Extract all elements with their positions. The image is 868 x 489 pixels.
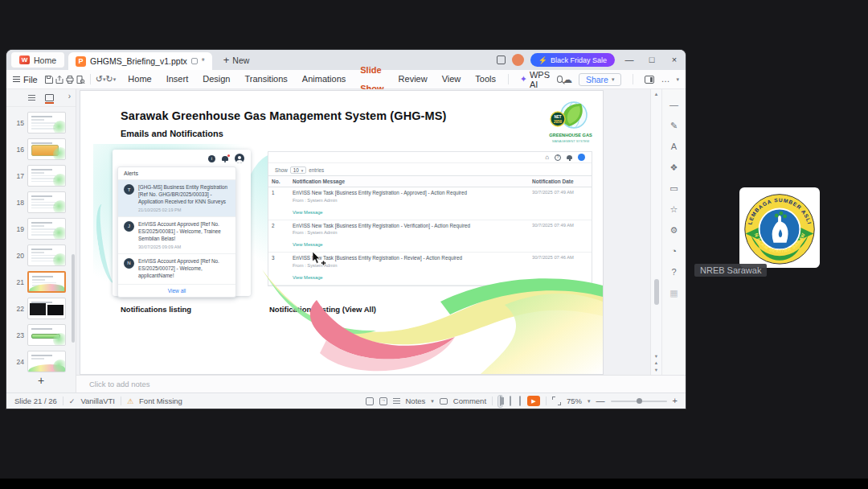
slide-thumbnail-21[interactable] (27, 271, 66, 293)
history-icon[interactable]: ◔ (662, 240, 686, 261)
slide-sorter-view-button[interactable] (508, 396, 512, 407)
zoom-level[interactable]: 75% (567, 397, 582, 405)
slide-editor-area: Sarawak Greenhouse Gas Management System… (76, 89, 650, 375)
zoom-in-button[interactable]: + (673, 397, 678, 405)
file-menu-button[interactable]: File (13, 75, 38, 84)
share-button[interactable]: Share ▾ (579, 73, 622, 86)
side-toolbar: —✎A❖▭☆⚙◔?▦ (661, 89, 686, 375)
print-icon[interactable] (64, 72, 75, 86)
save-icon[interactable] (44, 72, 55, 86)
alert-item: T[GHG-MS] Business Entity Registration [… (118, 180, 235, 217)
slide-thumbnail-23[interactable] (27, 324, 66, 346)
slide-thumbnail-row: 22 (6, 295, 76, 322)
more-options-icon[interactable]: … (661, 75, 669, 84)
settings-icon[interactable]: ⚙ (662, 220, 686, 240)
undo-icon[interactable]: ↺ (96, 75, 103, 84)
account-avatar[interactable] (512, 54, 524, 66)
notes-bar[interactable]: Click to add notes (76, 375, 686, 392)
scroll-down-icon[interactable]: ▾ (655, 354, 657, 360)
svg-text:NET: NET (554, 115, 561, 119)
slide-thumbnail-22[interactable] (27, 298, 66, 319)
table-header-row: No. Notification Message Notification Da… (268, 175, 592, 187)
spellcheck-language[interactable]: VanillaVTI (80, 397, 115, 405)
slide-thumbnail-row: 18 (6, 189, 76, 216)
slideshow-play-button[interactable]: ▶ (527, 396, 540, 406)
scroll-up-icon[interactable]: ▴ (651, 91, 661, 97)
notes-toggle[interactable]: Notes (406, 397, 426, 405)
favorites-icon[interactable]: ☆ (662, 199, 686, 220)
reading-view-button[interactable] (518, 396, 522, 407)
slide-thumbnail-17[interactable] (27, 165, 66, 187)
next-slide-icon[interactable]: ▾ (655, 368, 657, 373)
proofing-icon[interactable]: A (662, 136, 686, 157)
help-icon[interactable]: ? (662, 261, 686, 282)
search-icon[interactable] (557, 76, 563, 83)
row-number: 2 (268, 220, 289, 253)
wps-home-tab[interactable]: W Home (11, 52, 64, 68)
print-preview-icon[interactable] (75, 72, 85, 86)
shapes-icon[interactable]: ❖ (662, 157, 686, 178)
maximize-button[interactable]: □ (644, 55, 660, 64)
close-button[interactable]: × (666, 55, 682, 64)
comment-panel-icon[interactable]: ▭ (662, 178, 686, 199)
slide-thumbnail-15[interactable] (27, 112, 66, 134)
slide-thumbnail-row: 23 (6, 322, 76, 348)
format-tools-icon[interactable]: ✎ (662, 115, 686, 136)
ribbon-tab-insert[interactable]: Insert (159, 70, 196, 88)
slide-thumbnail-18[interactable] (27, 191, 66, 213)
notes-caret-icon[interactable]: ▾ (431, 398, 434, 405)
zoom-caret-icon[interactable]: ▾ (588, 398, 591, 405)
ribbon-tab-review[interactable]: Review (391, 70, 435, 88)
collapse-ribbon-icon[interactable]: ▾ (676, 76, 679, 83)
ribbon-tab-view[interactable]: View (435, 70, 469, 88)
share-caret-icon: ▾ (612, 76, 615, 83)
previous-slide-icon[interactable]: ▴ (655, 360, 657, 366)
minimize-button[interactable]: — (621, 55, 637, 64)
outline-view-icon[interactable] (28, 93, 35, 103)
alert-time: 21/10/2025 02:19 PM (138, 208, 230, 212)
task-pane-icon[interactable] (645, 76, 654, 84)
ribbon-caret-icon[interactable]: ▾ (113, 76, 117, 83)
slide-thumbnail-20[interactable] (27, 244, 66, 266)
black-friday-sale-button[interactable]: ⚡ Black Friday Sale (530, 53, 615, 67)
ribbon-tab-home[interactable]: Home (121, 70, 158, 88)
font-missing-label[interactable]: Font Missing (139, 397, 182, 405)
ribbon-tab-transitions[interactable]: Transitions (237, 70, 294, 88)
ribbon-tab-design[interactable]: Design (195, 70, 237, 88)
slide-number: 23 (13, 324, 24, 339)
slide-indicator: Slide 21 / 26 (14, 397, 57, 405)
jump-to-slide-icon[interactable] (379, 397, 387, 405)
editor-scrollbar[interactable]: ▴ ▾ ▴ ▾ (650, 89, 661, 375)
fullscreen-icon[interactable] (552, 397, 561, 405)
slide-number: 21 (13, 271, 24, 286)
slide-canvas[interactable]: Sarawak Greenhouse Gas Management System… (80, 91, 603, 374)
zoom-out-button[interactable]: — (596, 397, 605, 405)
task-window-icon[interactable] (366, 397, 374, 405)
zoom-slider-knob[interactable] (637, 398, 642, 404)
slide-thumbnail-24[interactable] (27, 351, 66, 372)
panel-scrollbar[interactable] (72, 254, 75, 343)
slide-title[interactable]: Sarawak Greenhouse Gas Management System… (121, 109, 446, 122)
ghgms-logo: NET 2050 GREENHOUSE GAS MANAGEMENT SYSTE… (547, 99, 594, 149)
wps-ai-button[interactable]: ✦ WPS AI (514, 70, 557, 89)
slide-thumbnail-19[interactable] (27, 218, 66, 240)
slide-view-icon[interactable] (45, 94, 54, 101)
comment-button[interactable]: Comment (453, 397, 486, 405)
normal-view-button[interactable] (498, 396, 502, 407)
bell-icon (222, 155, 228, 162)
ribbon-tab-tools[interactable]: Tools (468, 70, 503, 88)
apps-icon[interactable]: ▦ (662, 282, 686, 303)
redo-icon[interactable]: ↻ (106, 75, 113, 84)
export-icon[interactable] (55, 72, 65, 86)
add-slide-button[interactable]: + (6, 375, 76, 386)
collapse-panel-icon[interactable]: › (68, 92, 71, 101)
participant-tile[interactable]: LEMBAGA SUMBER ASLI DAN ALAM SEKITAR SAR… (691, 179, 836, 283)
hide-sidebar-icon[interactable]: — (662, 94, 686, 115)
slide-thumbnail-16[interactable] (27, 138, 66, 160)
slide-subtitle[interactable]: Emails and Notifications (121, 129, 223, 138)
zoom-slider[interactable] (611, 401, 667, 402)
scrollbar-thumb[interactable] (654, 279, 659, 305)
svg-text:2050: 2050 (554, 120, 563, 124)
ribbon-tab-animations[interactable]: Animations (295, 70, 353, 88)
comment-icon (440, 398, 448, 405)
